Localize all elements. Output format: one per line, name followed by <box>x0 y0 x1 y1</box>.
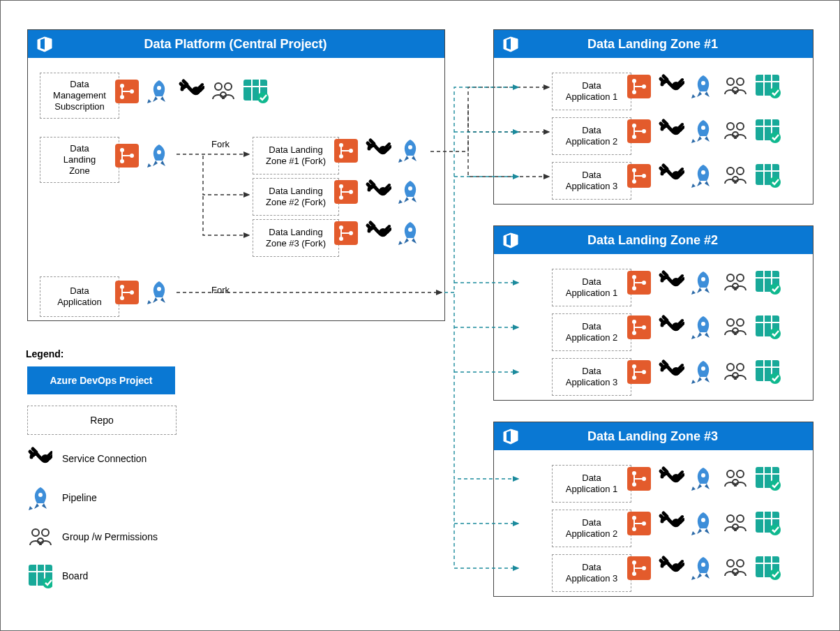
repo-icon <box>626 510 652 537</box>
zone-3-header: Data Landing Zone #3 <box>494 422 813 450</box>
legend-project: Azure DevOps Project <box>27 366 175 394</box>
row-dlz-icons <box>114 142 172 169</box>
board-icon <box>754 269 781 296</box>
zone-3-app-3-icons <box>626 555 781 581</box>
devops-icon <box>501 34 520 54</box>
repo-icon <box>333 138 359 164</box>
repo-icon <box>626 163 652 189</box>
zone-1-app-3: Data Application 3 <box>552 162 631 200</box>
pipeline-icon <box>146 78 172 105</box>
pipeline-icon <box>690 163 717 189</box>
legend-repo: Repo <box>27 406 177 435</box>
central-project-title: Data Platform (Central Project) <box>54 37 437 52</box>
legend-board-label: Board <box>62 570 88 581</box>
pipeline-icon <box>146 142 172 169</box>
repo-data-mgmt: Data Management Subscription <box>40 73 119 119</box>
pipeline-icon <box>397 138 423 164</box>
pipeline-icon <box>690 269 717 296</box>
zone-2-app-3-icons <box>626 359 781 385</box>
zone-1-app-1: Data Application 1 <box>552 73 631 110</box>
board-icon <box>754 510 781 537</box>
group-icon <box>27 524 52 549</box>
group-icon <box>722 510 749 537</box>
repo-icon <box>626 555 652 581</box>
service-connection-icon <box>658 466 684 492</box>
pipeline-icon <box>146 279 172 306</box>
pipeline-icon <box>690 118 717 144</box>
repo-icon <box>114 78 140 105</box>
group-icon <box>722 555 749 581</box>
row-app-icons <box>114 279 172 306</box>
row-fork2-icons <box>333 179 423 205</box>
central-project-header: Data Platform (Central Project) <box>28 30 444 58</box>
zone-3-app-3: Data Application 3 <box>552 554 631 592</box>
zone-1-app-2: Data Application 2 <box>552 117 631 155</box>
zone-2-app-1: Data Application 1 <box>552 269 631 306</box>
board-icon <box>242 78 269 105</box>
group-icon <box>722 163 749 189</box>
board-icon <box>754 118 781 144</box>
legend-group-label: Group /w Permissions <box>62 531 158 542</box>
repo-data-app: Data Application <box>40 276 119 317</box>
row-fork1-icons <box>333 138 423 164</box>
group-icon <box>722 314 749 341</box>
zone-1-app-3-icons <box>626 163 781 189</box>
fork-label-2: Fork <box>211 285 230 295</box>
zone-1-header: Data Landing Zone #1 <box>494 30 813 58</box>
service-connection-icon <box>658 359 684 385</box>
devops-icon <box>501 230 520 250</box>
zone-1-title: Data Landing Zone #1 <box>520 37 806 52</box>
zone-3-title: Data Landing Zone #3 <box>520 429 806 444</box>
group-icon <box>210 78 237 105</box>
service-connection-icon <box>658 118 684 144</box>
service-connection-icon <box>658 555 684 581</box>
repo-icon <box>626 359 652 385</box>
pipeline-icon <box>690 73 717 100</box>
repo-icon <box>626 269 652 296</box>
service-connection-icon <box>658 510 684 537</box>
pipeline-icon <box>690 359 717 385</box>
pipeline-icon <box>690 555 717 581</box>
pipeline-icon <box>690 466 717 492</box>
service-connection-icon <box>658 314 684 341</box>
row-mgmt-icons <box>114 78 269 105</box>
fork-label-1: Fork <box>211 139 230 149</box>
repo-icon <box>114 279 140 306</box>
zone-2-app-3: Data Application 3 <box>552 358 631 396</box>
service-connection-icon <box>365 179 391 205</box>
legend-pipe: Pipeline <box>27 485 97 510</box>
service-connection-icon <box>365 220 391 246</box>
service-connection-icon <box>658 73 684 100</box>
devops-icon <box>35 34 54 54</box>
repo-dlz: Data Landing Zone <box>40 137 119 183</box>
board-icon <box>754 163 781 189</box>
pipeline-icon <box>690 510 717 537</box>
repo-icon <box>114 142 140 169</box>
service-connection-icon <box>178 78 204 105</box>
legend-group: Group /w Permissions <box>27 524 158 549</box>
board-icon <box>754 314 781 341</box>
board-icon <box>754 73 781 100</box>
zone-1-app-1-icons <box>626 73 781 100</box>
legend-sc: Service Connection <box>27 446 147 471</box>
legend-title: Legend: <box>26 348 63 359</box>
row-fork3-icons <box>333 220 423 246</box>
zone-2-app-1-icons <box>626 269 781 296</box>
repo-fork-3: Data Landing Zone #3 (Fork) <box>253 219 339 257</box>
legend-sc-label: Service Connection <box>62 453 147 464</box>
board-icon <box>754 359 781 385</box>
zone-2-header: Data Landing Zone #2 <box>494 226 813 254</box>
repo-icon <box>626 73 652 100</box>
zone-2-app-2-icons <box>626 314 781 341</box>
service-connection-icon <box>27 446 52 471</box>
repo-icon <box>333 179 359 205</box>
zone-1-app-2-icons <box>626 118 781 144</box>
board-icon <box>754 466 781 492</box>
devops-icon <box>501 426 520 446</box>
pipeline-icon <box>397 220 423 246</box>
repo-icon <box>626 314 652 341</box>
group-icon <box>722 118 749 144</box>
repo-fork-2: Data Landing Zone #2 (Fork) <box>253 178 339 216</box>
service-connection-icon <box>658 163 684 189</box>
pipeline-icon <box>397 179 423 205</box>
